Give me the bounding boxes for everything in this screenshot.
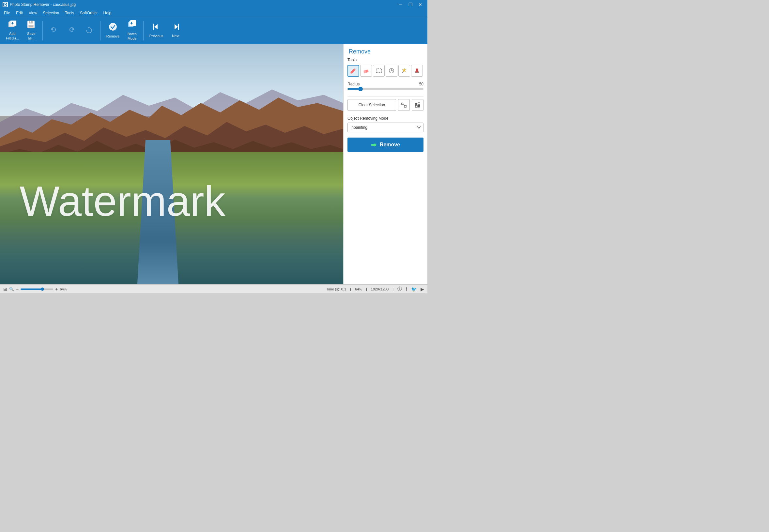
titlebar-left: Photo Stamp Remover - caucasus.jpg (3, 2, 76, 7)
statusbar-sep3: | (392, 287, 393, 291)
redo-icon (68, 26, 75, 35)
panel-divider-1 (348, 96, 423, 96)
resolution: 1920x1280 (371, 287, 389, 291)
reset-icon (85, 26, 93, 35)
radius-slider-track (348, 88, 423, 90)
menu-help[interactable]: Help (101, 10, 114, 16)
statusbar: ⊞ 🔍 − + 64% Time (s): 0.1 | 64% | 1920x1… (0, 284, 427, 293)
obj-mode-label: Object Removing Mode (348, 116, 423, 121)
svg-point-44 (416, 68, 418, 70)
zoom-out-button[interactable]: − (16, 287, 19, 292)
restore-button[interactable]: ❐ (406, 0, 415, 9)
next-button[interactable]: Next (167, 19, 184, 42)
next-icon (171, 23, 180, 33)
menu-view[interactable]: View (26, 10, 40, 16)
canvas-area[interactable]: Watermark (0, 44, 343, 284)
zoom-percent: 64% (355, 287, 362, 291)
radius-slider-fill (348, 88, 359, 90)
toolbar-sep-2 (100, 21, 100, 40)
svg-rect-49 (418, 105, 420, 107)
svg-marker-24 (154, 24, 157, 29)
statusbar-sep: | (350, 287, 351, 291)
remove-toolbar-label: Remove (106, 34, 120, 38)
twitter-icon[interactable]: 🐦 (411, 287, 417, 292)
add-files-button[interactable]: AddFile(s)... (3, 19, 22, 42)
radius-value: 50 (419, 82, 423, 86)
toolbar-sep-1 (42, 21, 43, 40)
svg-rect-13 (29, 25, 33, 27)
save-as-button[interactable]: Saveas... (23, 19, 40, 42)
fit-window-icon[interactable]: ⊞ (3, 287, 7, 292)
fit-to-selection-button[interactable] (398, 99, 410, 111)
panel-section: Tools (344, 58, 427, 152)
zoom-icon[interactable]: 🔍 (9, 287, 14, 291)
remove-toolbar-icon (108, 22, 117, 33)
zoom-slider-fill (21, 288, 41, 290)
svg-marker-26 (174, 24, 178, 29)
remove-button[interactable]: ➡ Remove (348, 138, 423, 152)
menu-softorbits[interactable]: SoftOrbits (77, 10, 100, 16)
brush-tool-button[interactable] (348, 65, 359, 77)
save-as-icon (27, 21, 36, 30)
radius-slider-thumb[interactable] (358, 87, 363, 91)
previous-button[interactable]: Previous (146, 19, 167, 42)
statusbar-right: Time (s): 0.1 | 64% | 1920x1280 | ⓘ f 🐦 … (326, 286, 424, 292)
youtube-icon[interactable]: ▶ (421, 287, 424, 292)
svg-rect-45 (415, 72, 419, 73)
invert-selection-button[interactable] (412, 99, 423, 111)
radius-label: Radius (348, 82, 360, 86)
batch-mode-label: BatchMode (127, 32, 137, 40)
svg-marker-16 (88, 27, 89, 29)
remove-button-label: Remove (380, 142, 400, 148)
right-panel: Remove Tools (343, 44, 427, 284)
next-label: Next (172, 34, 179, 38)
svg-rect-50 (418, 103, 420, 105)
menu-tools[interactable]: Tools (62, 10, 77, 16)
time-label: Time (s): 0.1 (326, 287, 346, 291)
removing-mode-select[interactable]: Inpainting Content-Aware Fill Texture Sy… (348, 123, 423, 132)
zoom-slider-track[interactable] (21, 288, 53, 290)
stamp-tool-button[interactable] (411, 65, 423, 77)
minimize-button[interactable]: ─ (396, 0, 405, 9)
remove-toolbar-button[interactable]: Remove (103, 19, 123, 42)
undo-button[interactable] (45, 19, 62, 42)
menu-file[interactable]: File (1, 10, 13, 16)
svg-rect-46 (402, 103, 404, 105)
eraser-tool-button[interactable] (360, 65, 372, 77)
previous-label: Previous (149, 34, 163, 38)
svg-marker-41 (402, 68, 406, 72)
add-files-icon (8, 21, 17, 30)
previous-icon (152, 23, 161, 33)
info-icon[interactable]: ⓘ (397, 286, 402, 292)
svg-rect-36 (376, 69, 381, 73)
facebook-icon[interactable]: f (406, 287, 407, 292)
svg-point-33 (351, 72, 352, 73)
zoom-slider-thumb[interactable] (41, 288, 44, 291)
app-icon (3, 2, 8, 7)
svg-rect-51 (415, 105, 417, 107)
titlebar: Photo Stamp Remover - caucasus.jpg ─ ❐ ✕ (0, 0, 427, 9)
menu-selection[interactable]: Selection (40, 10, 62, 16)
reset-button[interactable] (81, 19, 97, 42)
toolbar-sep-3 (143, 21, 143, 40)
statusbar-left: ⊞ 🔍 − + 64% (3, 287, 67, 292)
magic-wand-tool-button[interactable] (398, 65, 410, 77)
menu-edit[interactable]: Edit (13, 10, 25, 16)
undo-icon (50, 26, 57, 35)
zoom-value: 64% (60, 287, 67, 291)
rect-select-tool-button[interactable] (373, 65, 385, 77)
close-button[interactable]: ✕ (416, 0, 425, 9)
remove-arrow-icon: ➡ (371, 141, 377, 149)
zoom-in-button[interactable]: + (55, 287, 58, 292)
svg-point-2 (5, 4, 6, 5)
clear-selection-row: Clear Selection (348, 99, 423, 111)
batch-mode-button[interactable]: BatchMode (124, 19, 140, 42)
svg-rect-11 (30, 21, 31, 22)
batch-mode-icon (127, 20, 137, 31)
redo-button[interactable] (63, 19, 80, 42)
radius-slider-container (348, 88, 423, 90)
titlebar-controls[interactable]: ─ ❐ ✕ (396, 0, 425, 9)
tools-row (348, 65, 423, 77)
lasso-tool-button[interactable] (386, 65, 397, 77)
clear-selection-button[interactable]: Clear Selection (348, 99, 396, 111)
